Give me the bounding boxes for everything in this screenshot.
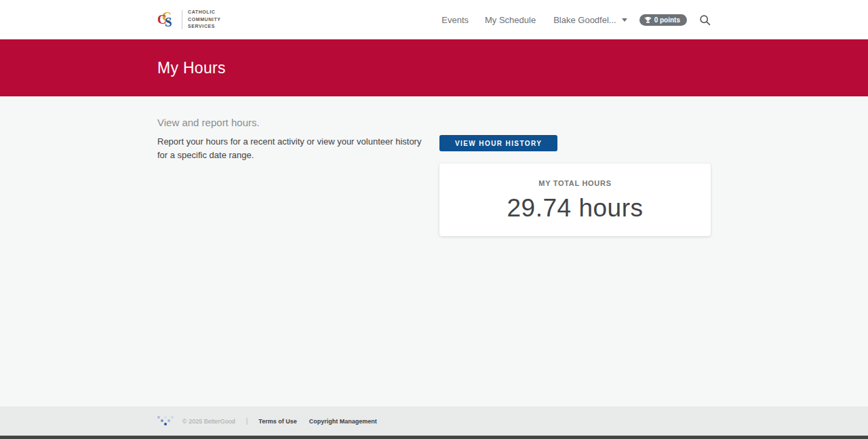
content-row: Report your hours for a recent activity … bbox=[157, 135, 711, 236]
bottom-bar bbox=[0, 436, 868, 439]
search-button[interactable] bbox=[699, 14, 711, 26]
page-title: My Hours bbox=[157, 59, 711, 77]
section-description: Report your hours for a recent activity … bbox=[157, 135, 429, 162]
logo-divider bbox=[182, 10, 182, 29]
points-badge-label: 0 points bbox=[654, 16, 680, 24]
monogram-letter-red: C bbox=[157, 13, 167, 26]
main-content: View and report hours. Report your hours… bbox=[0, 96, 868, 406]
ccs-monogram-icon: C C S bbox=[157, 9, 178, 31]
ccs-logo[interactable]: C C S CATHOLIC COMMUNITY SERVICES bbox=[157, 9, 221, 31]
copyright-text: © 2025 BetterGood bbox=[182, 418, 235, 425]
user-menu[interactable]: Blake Goodfel... bbox=[553, 15, 627, 25]
page-header-banner: My Hours bbox=[0, 39, 868, 96]
nav-item-events[interactable]: Events bbox=[441, 15, 469, 25]
org-name-line-2: COMMUNITY bbox=[188, 16, 221, 24]
org-name-line-1: CATHOLIC bbox=[188, 9, 221, 16]
view-hour-history-button[interactable]: VIEW HOUR HISTORY bbox=[439, 135, 557, 151]
top-navigation-bar: C C S CATHOLIC COMMUNITY SERVICES Events… bbox=[0, 0, 868, 39]
total-hours-value: 29.74 hours bbox=[439, 194, 711, 223]
primary-nav: Events My Schedule Blake Goodfel... 0 po… bbox=[425, 14, 711, 26]
trophy-icon bbox=[644, 16, 652, 24]
footer-divider: | bbox=[246, 417, 248, 425]
total-hours-label: MY TOTAL HOURS bbox=[439, 179, 711, 187]
section-heading: View and report hours. bbox=[157, 117, 711, 128]
org-name: CATHOLIC COMMUNITY SERVICES bbox=[188, 9, 221, 31]
total-hours-card: MY TOTAL HOURS 29.74 hours bbox=[439, 164, 711, 236]
footer-link-copyright-management[interactable]: Copyright Management bbox=[309, 418, 377, 425]
footer: © 2025 BetterGood | Terms of Use Copyrig… bbox=[0, 406, 868, 436]
nav-item-my-schedule[interactable]: My Schedule bbox=[485, 15, 536, 25]
user-menu-label: Blake Goodfel... bbox=[553, 15, 616, 25]
search-icon bbox=[699, 14, 711, 26]
bettergood-dots-icon bbox=[157, 416, 174, 426]
footer-link-terms-of-use[interactable]: Terms of Use bbox=[258, 418, 296, 425]
hours-column: VIEW HOUR HISTORY MY TOTAL HOURS 29.74 h… bbox=[439, 135, 711, 236]
points-badge[interactable]: 0 points bbox=[639, 14, 687, 26]
org-name-line-3: SERVICES bbox=[188, 23, 221, 31]
chevron-down-icon bbox=[622, 18, 627, 22]
